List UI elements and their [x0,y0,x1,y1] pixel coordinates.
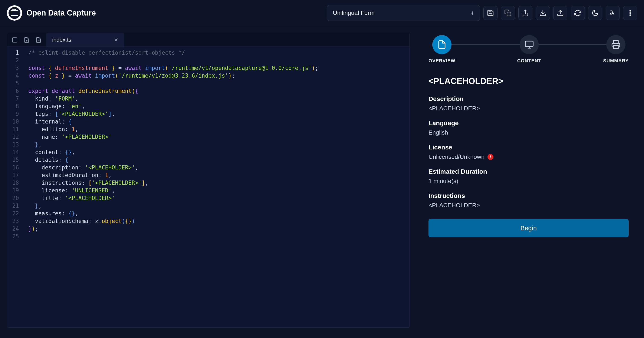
copy-button[interactable] [501,6,515,20]
sidebar-toggle-icon[interactable] [10,36,19,44]
share-button[interactable] [518,6,532,20]
header-actions: Unilingual Form ▲▼ [327,5,637,21]
refresh-button[interactable] [571,6,585,20]
preview-title: <PLACEHOLDER> [428,76,629,86]
svg-point-6 [630,15,630,15]
save-button[interactable] [484,6,498,20]
close-icon[interactable]: ✕ [114,37,118,43]
printer-icon [606,35,626,54]
logo-icon [7,5,22,21]
field-label: License [428,144,629,151]
field-label: Estimated Duration [428,168,629,175]
step-label: CONTENT [517,58,541,64]
more-menu-button[interactable] [623,6,637,20]
brand: Open Data Capture [7,5,96,21]
svg-rect-7 [12,38,17,42]
line-numbers: 1234567891011121314151617181920212223242… [7,47,24,327]
code-content[interactable]: /* eslint-disable perfectionist/sort-obj… [24,47,323,327]
editor-body[interactable]: 1234567891011121314151617181920212223242… [7,47,410,327]
tab-index-ts[interactable]: index.ts ✕ [46,33,124,46]
preview-field: Estimated Duration1 minute(s) [428,168,629,184]
svg-point-5 [630,12,630,13]
file-action-icon[interactable] [34,36,43,44]
code-editor: index.ts ✕ 12345678910111213141516171819… [7,33,410,328]
editor-tabs: index.ts ✕ [7,33,410,47]
field-value: <PLACEHOLDER> [428,202,629,209]
svg-rect-11 [526,41,533,47]
download-button[interactable] [536,6,550,20]
field-value: <PLACEHOLDER> [428,105,629,112]
svg-rect-14 [614,45,618,49]
new-file-icon[interactable] [22,36,31,44]
step-summary[interactable]: SUMMARY [603,35,629,64]
field-value: English [428,129,629,136]
stepper: OVERVIEW CONTENT SUMMARY [428,35,629,64]
warning-icon: ! [488,154,494,160]
step-label: SUMMARY [603,58,629,64]
preview-panel: OVERVIEW CONTENT SUMMARY <PLACEHOLDER> D… [420,33,637,328]
preview-field: LanguageEnglish [428,120,629,136]
preview-field: Description<PLACEHOLDER> [428,95,629,112]
monitor-icon [520,35,539,54]
step-label: OVERVIEW [428,58,455,64]
field-label: Instructions [428,192,629,199]
step-content[interactable]: CONTENT [517,35,541,64]
form-selector-dropdown[interactable]: Unilingual Form ▲▼ [327,5,480,21]
preview-field: LicenseUnlicensed/Unknown! [428,144,629,160]
field-value: 1 minute(s) [428,178,629,184]
step-overview[interactable]: OVERVIEW [428,35,455,64]
main-content: index.ts ✕ 12345678910111213141516171819… [0,26,644,335]
chevron-updown-icon: ▲▼ [471,11,474,15]
preview-field: Instructions<PLACEHOLDER> [428,192,629,209]
field-label: Language [428,120,629,127]
tab-label: index.ts [52,36,71,43]
svg-rect-0 [507,12,511,16]
brand-title: Open Data Capture [26,8,96,17]
theme-toggle-button[interactable] [588,6,602,20]
translate-button[interactable] [606,6,620,20]
field-value: Unlicensed/Unknown! [428,154,629,160]
top-header: Open Data Capture Unilingual Form ▲▼ [0,0,644,26]
file-icon [432,35,452,54]
svg-point-4 [630,10,630,11]
form-selector-value: Unilingual Form [333,9,374,16]
field-label: Description [428,95,629,102]
upload-button[interactable] [553,6,567,20]
begin-button[interactable]: Begin [428,219,629,237]
preview-fields: Description<PLACEHOLDER>LanguageEnglishL… [428,95,629,216]
